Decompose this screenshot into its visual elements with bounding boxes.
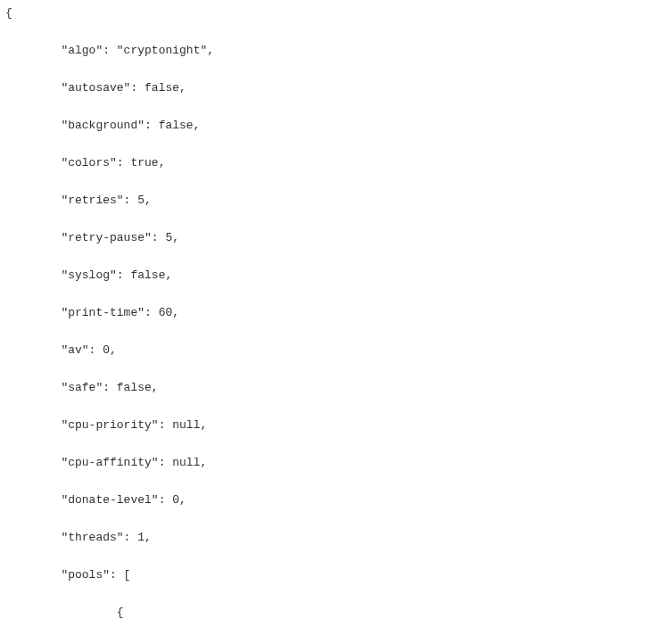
code-line: "cpu-affinity": null, [5,453,655,472]
code-line: "syslog": false, [5,266,655,285]
code-line: "av": 0, [5,341,655,359]
code-line: "donate-level": 0, [5,491,655,509]
code-line: { [5,4,655,22]
code-line: "autosave": false, [5,78,655,97]
code-line: "algo": "cryptonight", [5,41,655,60]
code-line: "cpu-priority": null, [5,416,655,434]
json-config-block: { "algo": "cryptonight", "autosave": fal… [0,0,660,644]
code-line: "retries": 5, [5,191,655,210]
code-line: "print-time": 60, [5,303,655,322]
code-line: "retry-pause": 5, [5,228,655,247]
code-line: "colors": true, [5,153,655,172]
code-line: { [5,603,655,622]
code-line: "threads": 1, [5,528,655,547]
code-line: "url": "92.63.197.48:9090", [5,640,655,644]
code-line: "pools": [ [5,566,655,584]
code-line: "background": false, [5,116,655,135]
code-line: "safe": false, [5,378,655,397]
